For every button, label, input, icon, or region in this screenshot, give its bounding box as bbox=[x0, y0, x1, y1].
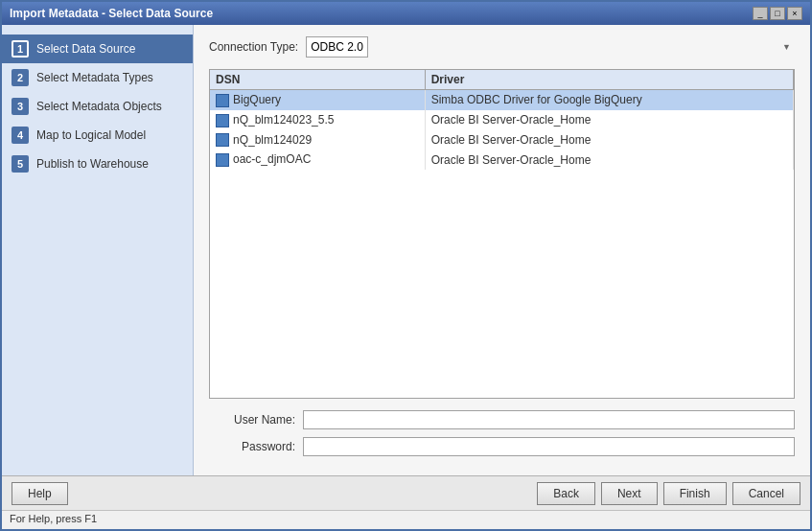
table-header-row: DSN Driver bbox=[210, 70, 794, 90]
connection-type-select[interactable]: ODBC 2.0 bbox=[306, 36, 368, 58]
maximize-button[interactable]: □ bbox=[770, 7, 785, 20]
bottom-left-buttons: Help bbox=[12, 482, 68, 505]
step-num-5: 5 bbox=[12, 155, 29, 173]
status-text: For Help, press F1 bbox=[10, 513, 97, 524]
dsn-cell: nQ_blm124029 bbox=[210, 130, 425, 150]
back-button[interactable]: Back bbox=[537, 482, 595, 505]
dsn-icon bbox=[216, 153, 229, 167]
minimize-button[interactable]: _ bbox=[753, 7, 768, 20]
sidebar-item-select-metadata-objects[interactable]: 3 Select Metadata Objects bbox=[2, 92, 193, 121]
driver-cell: Oracle BI Server-Oracle_Home bbox=[425, 150, 793, 170]
title-bar-controls: _ □ × bbox=[753, 7, 802, 20]
connection-type-row: Connection Type: ODBC 2.0 bbox=[209, 36, 795, 58]
table-row[interactable]: nQ_blm124023_5.5Oracle BI Server-Oracle_… bbox=[210, 110, 794, 130]
status-bar: For Help, press F1 bbox=[2, 510, 810, 529]
driver-cell: Simba ODBC Driver for Google BigQuery bbox=[425, 90, 793, 110]
sidebar-label-4: Map to Logical Model bbox=[36, 128, 146, 142]
driver-column-header: Driver bbox=[425, 70, 793, 90]
username-label: User Name: bbox=[209, 413, 295, 427]
cancel-button[interactable]: Cancel bbox=[732, 482, 800, 505]
dsn-cell: nQ_blm124023_5.5 bbox=[210, 110, 425, 130]
dsn-icon bbox=[216, 94, 229, 107]
bottom-bar: Help Back Next Finish Cancel bbox=[2, 475, 810, 510]
sidebar-item-map-to-logical-model[interactable]: 4 Map to Logical Model bbox=[2, 121, 193, 150]
next-button[interactable]: Next bbox=[601, 482, 658, 505]
dsn-cell: oac-c_djmOAC bbox=[210, 150, 425, 170]
sidebar-label-3: Select Metadata Objects bbox=[36, 100, 162, 113]
main-panel: Connection Type: ODBC 2.0 DSN Driver bbox=[194, 25, 810, 475]
step-num-2: 2 bbox=[12, 69, 29, 86]
table-row[interactable]: oac-c_djmOACOracle BI Server-Oracle_Home bbox=[210, 150, 794, 170]
fields-area: User Name: Password: bbox=[209, 410, 795, 456]
help-button[interactable]: Help bbox=[12, 482, 68, 505]
password-input[interactable] bbox=[303, 437, 795, 456]
password-row: Password: bbox=[209, 437, 795, 456]
bottom-right-buttons: Back Next Finish Cancel bbox=[537, 482, 800, 505]
title-bar: Import Metadata - Select Data Source _ □… bbox=[2, 2, 810, 25]
dsn-column-header: DSN bbox=[210, 70, 425, 90]
sidebar-label-5: Publish to Warehouse bbox=[36, 157, 149, 171]
table-row[interactable]: nQ_blm124029Oracle BI Server-Oracle_Home bbox=[210, 130, 794, 150]
table-row[interactable]: BigQuerySimba ODBC Driver for Google Big… bbox=[210, 90, 794, 110]
finish-button[interactable]: Finish bbox=[663, 482, 727, 505]
step-num-3: 3 bbox=[12, 98, 29, 115]
dsn-cell: BigQuery bbox=[210, 90, 425, 110]
main-window: Import Metadata - Select Data Source _ □… bbox=[0, 0, 812, 531]
sidebar-item-select-data-source[interactable]: 1 Select Data Source bbox=[2, 35, 193, 63]
content-area: 1 Select Data Source 2 Select Metadata T… bbox=[2, 25, 810, 475]
sidebar-label-1: Select Data Source bbox=[36, 42, 135, 56]
sidebar: 1 Select Data Source 2 Select Metadata T… bbox=[2, 25, 194, 475]
dsn-icon bbox=[216, 114, 229, 127]
dsn-table[interactable]: DSN Driver BigQuerySimba ODBC Driver for… bbox=[209, 69, 795, 399]
sidebar-label-2: Select Metadata Types bbox=[36, 71, 153, 84]
driver-cell: Oracle BI Server-Oracle_Home bbox=[425, 110, 793, 130]
sidebar-item-publish-to-warehouse[interactable]: 5 Publish to Warehouse bbox=[2, 150, 193, 178]
window-title: Import Metadata - Select Data Source bbox=[10, 7, 213, 20]
step-num-4: 4 bbox=[12, 127, 29, 144]
dsn-icon bbox=[216, 133, 229, 147]
sidebar-item-select-metadata-types[interactable]: 2 Select Metadata Types bbox=[2, 63, 193, 92]
password-label: Password: bbox=[209, 440, 295, 453]
username-input[interactable] bbox=[303, 410, 795, 429]
connection-type-select-wrapper: ODBC 2.0 bbox=[306, 36, 795, 58]
driver-cell: Oracle BI Server-Oracle_Home bbox=[425, 130, 793, 150]
connection-type-label: Connection Type: bbox=[209, 40, 298, 54]
username-row: User Name: bbox=[209, 410, 795, 429]
close-button[interactable]: × bbox=[787, 7, 802, 20]
step-num-1: 1 bbox=[12, 40, 29, 58]
